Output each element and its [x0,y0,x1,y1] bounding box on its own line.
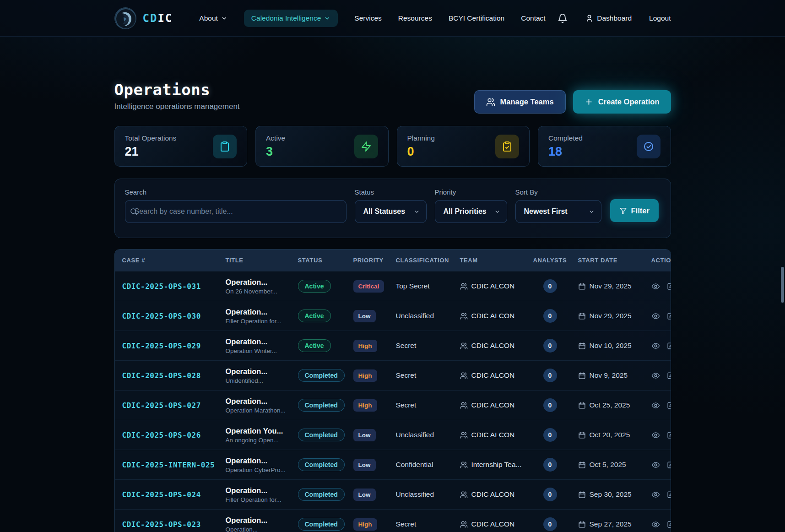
cdic-logo[interactable] [114,7,136,29]
nav-item-bcyi-certification[interactable]: BCYI Certification [449,14,504,22]
edit-pencil-icon[interactable] [666,282,671,291]
bell-icon[interactable] [558,13,568,23]
team-users-icon [460,372,468,380]
view-eye-icon[interactable] [651,282,660,291]
case-number-link[interactable]: CDIC-2025-OPS-031 [122,282,226,291]
start-date: Nov 29, 2025 [590,282,632,290]
operation-subtitle: Filler Operation for... [226,496,294,503]
row-actions [651,401,671,410]
edit-pencil-icon[interactable] [666,461,671,469]
page-scrollbar[interactable] [781,267,784,303]
nav-item-caledonia-intelligence[interactable]: Caledonia Intelligence [244,10,338,27]
manage-teams-button[interactable]: Manage Teams [474,90,566,114]
view-eye-icon[interactable] [651,401,660,410]
view-eye-icon[interactable] [651,312,660,320]
table-row[interactable]: CDIC-2025-OPS-030 Operation... Filler Op… [115,301,671,331]
case-number-link[interactable]: CDIC-2025-OPS-024 [122,490,226,499]
button-label: Manage Teams [500,98,554,106]
nav-item-logout[interactable]: Logout [649,14,671,22]
edit-pencil-icon[interactable] [666,520,671,529]
table-row[interactable]: CDIC-2025-OPS-031 Operation... On 26 Nov… [115,271,671,301]
filter-button[interactable]: Filter [610,199,659,222]
team-name: CDIC ALCON [471,401,515,409]
view-eye-icon[interactable] [651,431,660,440]
sort-by-select[interactable]: Newest First [515,200,601,223]
wordmark-accent: CD [143,12,158,25]
table-row[interactable]: CDIC-2025-OPS-024 Operation... Filler Op… [115,479,671,509]
case-number-link[interactable]: CDIC-2025-INTERN-025 [122,461,226,469]
create-operation-button[interactable]: Create Operation [573,90,671,114]
priority-badge: High [353,518,377,531]
operation-subtitle: Operation Marathon... [226,407,294,414]
view-eye-icon[interactable] [651,371,660,380]
edit-pencil-icon[interactable] [666,371,671,380]
team-cell: Internship Tea... [460,461,533,469]
search-input[interactable] [125,200,346,223]
edit-pencil-icon[interactable] [666,431,671,440]
priority-badge: Low [353,459,376,471]
status-select[interactable]: All Statuses [355,200,427,223]
column-header-start-date: START DATE [578,257,651,264]
operation-title: Operation... [226,278,294,287]
case-number-link[interactable]: CDIC-2025-OPS-028 [122,371,226,380]
table-row[interactable]: CDIC-2025-OPS-029 Operation... Operation… [115,331,671,360]
classification-label: Secret [396,371,460,380]
nav-right: Dashboard Logout [558,13,671,23]
status-badge: Completed [298,369,345,382]
case-number-link[interactable]: CDIC-2025-OPS-026 [122,431,226,440]
stat-label: Active [266,134,285,142]
nav-item-resources[interactable]: Resources [398,14,432,22]
priority-badge: High [353,340,377,352]
table-row[interactable]: CDIC-2025-INTERN-025 Operation... Operat… [115,450,671,479]
start-date: Nov 10, 2025 [590,342,632,350]
table-row[interactable]: CDIC-2025-OPS-026 Operation You... An on… [115,420,671,450]
table-row[interactable]: CDIC-2025-OPS-023 Operation... Operation… [115,509,671,532]
nav-item-services[interactable]: Services [354,14,381,22]
start-date: Oct 25, 2025 [590,401,630,409]
nav-item-about[interactable]: About [199,14,227,22]
team-users-icon [460,342,468,350]
nav-item-label: Logout [649,14,671,22]
case-number-link[interactable]: CDIC-2025-OPS-023 [122,520,226,529]
view-eye-icon[interactable] [651,490,660,499]
status-badge: Active [298,339,331,352]
edit-pencil-icon[interactable] [666,401,671,410]
table-row[interactable]: CDIC-2025-OPS-028 Operation... Unidentif… [115,360,671,390]
row-actions [651,371,671,380]
case-number-link[interactable]: CDIC-2025-OPS-030 [122,312,226,320]
table-body: CDIC-2025-OPS-031 Operation... On 26 Nov… [115,271,671,532]
edit-pencil-icon[interactable] [666,490,671,499]
view-eye-icon[interactable] [651,342,660,350]
sort-by-select-value: Newest First [524,207,568,216]
table-row[interactable]: CDIC-2025-OPS-027 Operation... Operation… [115,390,671,420]
team-cell: CDIC ALCON [460,490,533,499]
navbar: CDIC About Caledonia Intelligence Servic [0,0,785,37]
edit-pencil-icon[interactable] [666,342,671,350]
team-name: CDIC ALCON [471,431,515,439]
chevron-down-icon [221,15,227,22]
nav-item-contact[interactable]: Contact [521,14,545,22]
view-eye-icon[interactable] [651,520,660,529]
edit-pencil-icon[interactable] [666,312,671,320]
case-number-link[interactable]: CDIC-2025-OPS-029 [122,342,226,350]
case-number-link[interactable]: CDIC-2025-OPS-027 [122,401,226,410]
nav-item-dashboard[interactable]: Dashboard [585,14,632,22]
column-header-actions: ACTIONS [651,257,671,264]
analysts-count-badge: 0 [543,458,557,472]
stat-card-completed: Completed 18 [538,126,671,167]
page-subtitle: Intelligence operations management [114,102,240,111]
stat-card-total-operations: Total Operations 21 [114,126,248,167]
analysts-count-badge: 0 [543,488,557,501]
column-header-priority: PRIORITY [353,257,396,264]
start-date-cell: Oct 5, 2025 [578,461,651,469]
classification-label: Unclassified [396,490,460,499]
column-header-case: CASE # [122,257,226,264]
chevron-down-icon [589,209,595,215]
team-cell: CDIC ALCON [460,431,533,439]
priority-select[interactable]: All Priorities [435,200,507,223]
row-actions [651,342,671,350]
analysts-count-badge: 0 [543,428,557,442]
column-header-analysts: ANALYSTS [533,257,578,264]
user-icon [585,14,594,22]
view-eye-icon[interactable] [651,461,660,469]
